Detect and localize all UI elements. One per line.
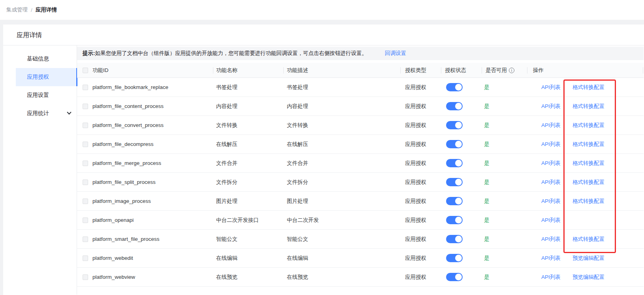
config-link[interactable]: 格式转换配置 <box>572 173 604 192</box>
api-list-link[interactable]: API列表 <box>541 116 561 135</box>
toggle-knob <box>455 217 462 223</box>
auth-type: 应用授权 <box>405 154 426 173</box>
config-link[interactable]: 格式转换配置 <box>572 116 604 135</box>
table-row: platform_webedit 在线编辑 在线编辑 应用授权 是 API列表 … <box>77 249 644 268</box>
auth-status-toggle[interactable] <box>446 235 463 243</box>
auth-status-toggle[interactable] <box>446 216 463 224</box>
function-name: 书签处理 <box>216 78 237 97</box>
row-checkbox[interactable] <box>83 236 88 242</box>
sidebar-item-app-settings[interactable]: 应用设置 <box>16 86 77 104</box>
column-separator <box>283 67 284 74</box>
function-id: platform_file_bookmark_replace <box>92 78 168 97</box>
column-separator <box>441 67 441 74</box>
notice-text: 提示:如果您使用了文档中台（组件版）应用提供的开放能力，您可能需要进行功能回调设… <box>83 50 367 57</box>
config-link[interactable]: 格式转换配置 <box>572 230 604 249</box>
column-header-auth-type: 授权类型 <box>405 63 426 78</box>
column-header-function-name: 功能名称 <box>216 63 237 78</box>
api-list-link[interactable]: API列表 <box>541 154 561 173</box>
function-name: 智能公文 <box>216 230 237 249</box>
function-name: 在线预览 <box>216 268 237 287</box>
config-link[interactable]: 格式转换配置 <box>572 192 604 211</box>
config-link[interactable]: 格式转换配置 <box>572 78 604 97</box>
column-separator <box>527 67 527 74</box>
breadcrumb: 集成管理 / 应用详情 <box>0 0 644 20</box>
api-list-link[interactable]: API列表 <box>541 173 561 192</box>
callback-settings-link[interactable]: 回调设置 <box>385 50 406 57</box>
auth-type: 应用授权 <box>405 97 426 116</box>
function-name: 中台二次开发接口 <box>216 211 259 230</box>
auth-status-toggle[interactable] <box>446 254 463 262</box>
row-checkbox[interactable] <box>83 274 88 280</box>
row-checkbox[interactable] <box>83 161 88 166</box>
table-body: platform_file_bookmark_replace 书签处理 书签处理… <box>77 78 644 287</box>
column-header-available: 是否可用 i <box>486 63 514 78</box>
auth-status-toggle[interactable] <box>446 178 463 186</box>
config-link[interactable]: 预览编辑配置 <box>572 268 604 287</box>
row-checkbox[interactable] <box>83 199 88 204</box>
available-value: 是 <box>484 268 490 287</box>
auth-status-toggle[interactable] <box>446 197 463 205</box>
select-all-checkbox[interactable] <box>83 68 88 73</box>
table-row: platform_file_decompress 在线解压 在线解压 应用授权 … <box>77 135 644 154</box>
auth-type: 应用授权 <box>405 116 426 135</box>
row-checkbox[interactable] <box>83 104 88 109</box>
auth-type: 应用授权 <box>405 268 426 287</box>
row-checkbox[interactable] <box>83 85 88 90</box>
config-link[interactable]: 格式转换配置 <box>572 154 604 173</box>
auth-status-toggle[interactable] <box>446 83 463 91</box>
toggle-knob <box>455 274 462 280</box>
authorization-panel: 提示:如果您使用了文档中台（组件版）应用提供的开放能力，您可能需要进行功能回调设… <box>77 45 644 295</box>
api-list-link[interactable]: API列表 <box>541 78 561 97</box>
toggle-knob <box>455 141 462 148</box>
api-list-link[interactable]: API列表 <box>541 135 561 154</box>
function-desc: 图片处理 <box>287 192 308 211</box>
row-checkbox[interactable] <box>83 217 88 223</box>
sidebar-item-app-authorization[interactable]: 应用授权 <box>16 68 77 86</box>
auth-type: 应用授权 <box>405 249 426 268</box>
config-link[interactable]: 格式转换配置 <box>572 135 604 154</box>
auth-status-toggle[interactable] <box>446 102 463 110</box>
api-list-link[interactable]: API列表 <box>541 268 561 287</box>
toggle-knob <box>455 84 462 91</box>
function-id: platform_webview <box>92 268 135 287</box>
function-name: 图片处理 <box>216 192 237 211</box>
available-value: 是 <box>484 230 490 249</box>
row-checkbox[interactable] <box>83 123 88 128</box>
table-row: platform_smart_file_process 智能公文 智能公文 应用… <box>77 230 644 249</box>
config-link[interactable]: 格式转换配置 <box>572 97 604 116</box>
column-header-action: 操作 <box>533 63 544 78</box>
auth-status-toggle[interactable] <box>446 159 463 167</box>
row-checkbox[interactable] <box>83 142 88 147</box>
function-id: platform_openapi <box>92 211 134 230</box>
config-link[interactable]: 预览编辑配置 <box>572 249 604 268</box>
page-title: 应用详情 <box>3 25 644 45</box>
sidebar-item-basic-info[interactable]: 基础信息 <box>16 50 77 68</box>
function-name: 文件转换 <box>216 116 237 135</box>
breadcrumb-parent[interactable]: 集成管理 <box>6 6 28 13</box>
api-list-link[interactable]: API列表 <box>541 192 561 211</box>
row-checkbox[interactable] <box>83 180 88 185</box>
api-list-link[interactable]: API列表 <box>541 249 561 268</box>
available-value: 是 <box>484 211 490 230</box>
breadcrumb-current: 应用详情 <box>36 6 57 13</box>
available-value: 是 <box>484 78 490 97</box>
function-desc: 文件转换 <box>287 116 308 135</box>
sidebar-item-label: 基础信息 <box>27 55 49 62</box>
toggle-knob <box>455 236 462 242</box>
api-list-link[interactable]: API列表 <box>541 230 561 249</box>
auth-type: 应用授权 <box>405 173 426 192</box>
column-separator <box>482 67 482 74</box>
sidebar-item-label: 应用统计 <box>27 110 49 117</box>
function-desc: 文件拆分 <box>287 173 308 192</box>
sidebar-item-app-statistics[interactable]: 应用统计 <box>16 104 77 123</box>
api-list-link[interactable]: API列表 <box>541 211 561 230</box>
auth-status-toggle[interactable] <box>446 273 463 281</box>
auth-status-toggle[interactable] <box>446 121 463 129</box>
auth-status-toggle[interactable] <box>446 140 463 148</box>
api-list-link[interactable]: API列表 <box>541 97 561 116</box>
info-icon[interactable]: i <box>509 68 514 73</box>
sidebar-item-label: 应用授权 <box>27 74 49 81</box>
row-checkbox[interactable] <box>83 255 88 261</box>
function-id: platform_smart_file_process <box>92 230 160 249</box>
function-id: platform_file_convert_process <box>92 116 164 135</box>
